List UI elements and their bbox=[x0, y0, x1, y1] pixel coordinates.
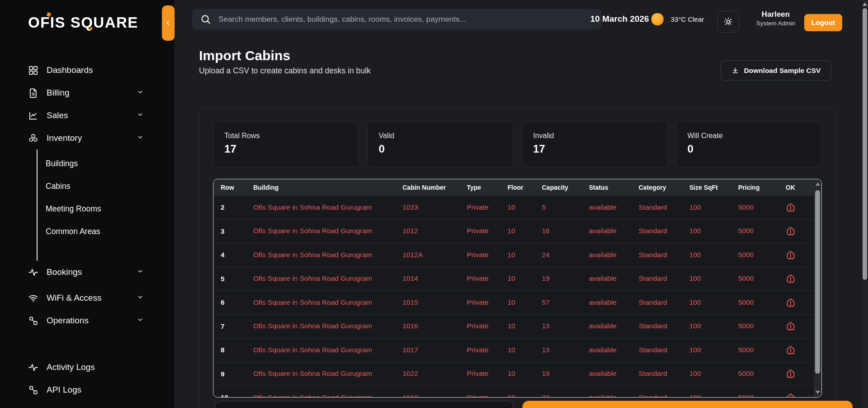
table-scrollbar-thumb[interactable] bbox=[815, 190, 820, 374]
sidebar-item-sales[interactable]: Sales bbox=[0, 104, 174, 127]
cell-cabin-number: 1019 bbox=[395, 386, 460, 398]
download-sample-csv-button[interactable]: Download Sample CSV bbox=[721, 60, 831, 81]
scroll-up-arrow[interactable] bbox=[863, 2, 867, 6]
stat-label: Valid bbox=[379, 132, 502, 140]
cell-pricing: 5000 bbox=[731, 243, 778, 267]
cell-building: Ofis Square in Sohna Road Gurugram bbox=[246, 386, 395, 398]
cell-floor: 10 bbox=[500, 338, 535, 362]
logo-text: OFIS SQUARE bbox=[28, 14, 138, 31]
alert-icon bbox=[786, 321, 796, 331]
grid-icon bbox=[27, 64, 39, 76]
cell-ok bbox=[778, 338, 815, 362]
cell-pricing: 5000 bbox=[731, 220, 778, 243]
cell-ok bbox=[778, 267, 815, 291]
stat-label: Will Create bbox=[688, 132, 811, 140]
column-header: Status bbox=[582, 179, 631, 195]
table-scrollbar[interactable] bbox=[814, 179, 821, 397]
sidebar-collapse-button[interactable] bbox=[162, 5, 175, 41]
page-scrollbar-thumb[interactable] bbox=[863, 8, 867, 280]
search-input[interactable] bbox=[218, 15, 593, 24]
nodes-icon bbox=[27, 384, 39, 396]
cell-size-sqft: 100 bbox=[682, 220, 731, 243]
chevron-down-icon bbox=[137, 267, 144, 277]
sidebar-item-buildings[interactable]: Buildings bbox=[45, 152, 174, 175]
chevron-down-icon bbox=[137, 316, 144, 326]
cell-cabin-number: 1023 bbox=[395, 196, 460, 219]
page-title: Import Cabins bbox=[199, 48, 290, 63]
stat-card-total-rows: Total Rows 17 bbox=[213, 121, 359, 168]
stat-card-invalid: Invalid 17 bbox=[522, 121, 668, 168]
cell-capacity: 13 bbox=[535, 315, 582, 338]
stat-label: Invalid bbox=[533, 132, 656, 140]
current-date: 10 March 2026 bbox=[590, 0, 649, 38]
chevron-down-icon bbox=[137, 88, 144, 98]
cell-floor: 10 bbox=[500, 386, 535, 398]
alert-icon bbox=[786, 298, 796, 307]
cell-ok bbox=[778, 196, 815, 219]
cell-status: available bbox=[582, 386, 631, 398]
alert-icon bbox=[786, 393, 796, 398]
primary-import-button[interactable] bbox=[522, 401, 853, 408]
sidebar-item-label: Inventory bbox=[47, 133, 82, 143]
cell-category: Standard bbox=[631, 386, 682, 398]
cell-floor: 10 bbox=[500, 243, 535, 267]
cell-pricing: 5000 bbox=[731, 315, 778, 338]
sidebar-item-meeting-rooms[interactable]: Meeting Rooms bbox=[45, 197, 174, 220]
cell-floor: 10 bbox=[500, 267, 535, 291]
sidebar-item-activity-logs[interactable]: Activity Logs bbox=[0, 356, 174, 379]
stat-card-valid: Valid 0 bbox=[367, 121, 513, 168]
theme-toggle-button[interactable] bbox=[717, 11, 739, 33]
cell-floor: 10 bbox=[500, 315, 535, 338]
table-body: 2 Ofis Square in Sohna Road Gurugram 102… bbox=[213, 195, 821, 398]
weather-text: 33°C Clear bbox=[671, 0, 704, 38]
cell-cabin-number: 1014 bbox=[395, 267, 460, 291]
cell-size-sqft: 100 bbox=[682, 291, 731, 314]
chevron-down-icon bbox=[137, 110, 144, 120]
cell-building: Ofis Square in Sohna Road Gurugram bbox=[246, 362, 395, 386]
sidebar-item-operations[interactable]: Operations bbox=[0, 309, 174, 332]
sidebar-item-inventory[interactable]: Inventory bbox=[0, 127, 174, 149]
sidebar-item-wifi-access[interactable]: WiFi & Access bbox=[0, 287, 174, 309]
cell-status: available bbox=[582, 267, 631, 291]
table-row: 5 Ofis Square in Sohna Road Gurugram 101… bbox=[213, 267, 815, 291]
scroll-down-arrow[interactable] bbox=[816, 391, 820, 394]
sidebar-item-label: Dashboards bbox=[47, 65, 93, 75]
cell-category: Standard bbox=[631, 315, 682, 338]
scroll-up-arrow[interactable] bbox=[816, 182, 820, 186]
column-header: Type bbox=[460, 179, 500, 195]
sidebar-item-cabins[interactable]: Cabins bbox=[45, 175, 174, 197]
table-row: 2 Ofis Square in Sohna Road Gurugram 102… bbox=[213, 195, 815, 219]
cell-status: available bbox=[582, 338, 631, 362]
cell-pricing: 5000 bbox=[731, 338, 778, 362]
sidebar-item-common-areas[interactable]: Common Areas bbox=[45, 220, 174, 243]
global-search[interactable] bbox=[192, 9, 602, 29]
cell-row: 3 bbox=[213, 220, 246, 243]
sidebar-item-api-logs[interactable]: API Logs bbox=[0, 379, 174, 401]
cell-capacity: 16 bbox=[535, 220, 582, 243]
sidebar-item-billing[interactable]: Billing bbox=[0, 82, 174, 104]
cell-building: Ofis Square in Sohna Road Gurugram bbox=[246, 243, 395, 267]
cell-category: Standard bbox=[631, 267, 682, 291]
secondary-action-button[interactable] bbox=[215, 401, 513, 408]
cell-ok bbox=[778, 243, 815, 267]
cell-capacity: 19 bbox=[535, 362, 582, 386]
cell-cabin-number: 1012A bbox=[395, 243, 460, 267]
column-header: Floor bbox=[500, 179, 535, 195]
app-logo[interactable]: OFIS SQUARE bbox=[0, 0, 174, 45]
cell-category: Standard bbox=[631, 196, 682, 219]
cell-building: Ofis Square in Sohna Road Gurugram bbox=[246, 315, 395, 338]
sidebar-item-dashboards[interactable]: Dashboards bbox=[0, 59, 174, 82]
column-header: Size SqFt bbox=[682, 179, 731, 195]
cell-pricing: 5000 bbox=[731, 267, 778, 291]
cell-pricing: 5000 bbox=[731, 362, 778, 386]
sidebar-item-bookings[interactable]: Bookings bbox=[0, 261, 174, 283]
cell-building: Ofis Square in Sohna Road Gurugram bbox=[246, 291, 395, 314]
sidebar-item-label: Sales bbox=[47, 110, 68, 120]
topbar: 10 March 2026 33°C Clear Harleen System … bbox=[174, 0, 862, 38]
page-scrollbar[interactable] bbox=[862, 0, 868, 408]
cell-status: available bbox=[582, 291, 631, 314]
cell-size-sqft: 100 bbox=[682, 243, 731, 267]
logout-button[interactable]: Logout bbox=[804, 14, 842, 31]
main-content: Import Cabins Upload a CSV to create cab… bbox=[174, 38, 862, 408]
sidebar-item-label: Bookings bbox=[47, 267, 82, 277]
